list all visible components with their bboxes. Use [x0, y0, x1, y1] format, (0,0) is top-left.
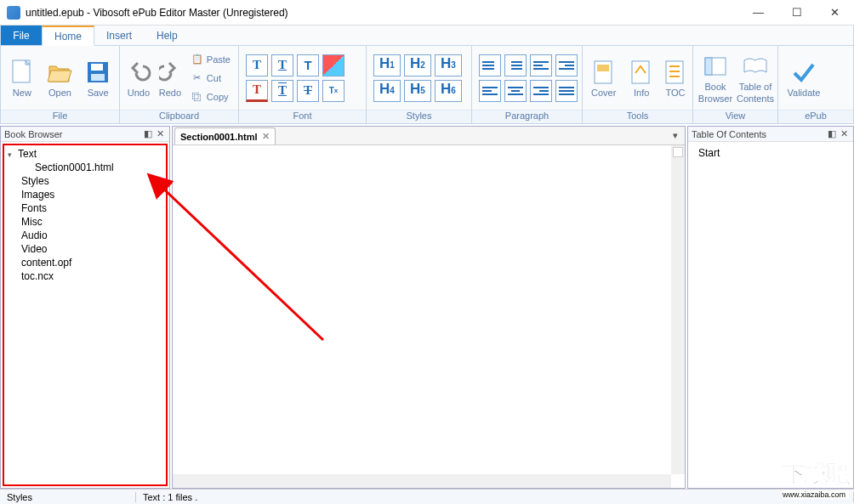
view-group-label: View [693, 110, 777, 123]
info-icon [628, 59, 655, 86]
save-disk-icon [84, 59, 111, 86]
indent-more-button[interactable] [555, 54, 578, 76]
panel-close-button[interactable]: ✕ [154, 128, 166, 140]
book-browser-panel: Book Browser ◧ ✕ ▾Text Section0001.html … [0, 126, 170, 489]
indent-less-button[interactable] [530, 54, 552, 76]
toc-panel-button[interactable]: Table of Contents [737, 49, 774, 107]
toc-item-start[interactable]: Start [698, 147, 843, 159]
tab-home[interactable]: Home [42, 25, 94, 46]
redo-button[interactable]: Redo [157, 49, 184, 107]
expand-icon[interactable]: ▾ [8, 150, 18, 159]
styles-group-label: Styles [367, 110, 471, 123]
minimize-button[interactable]: — [739, 0, 777, 25]
toc-button[interactable]: TOC [662, 49, 689, 107]
ribbon: New Open Save File Undo [0, 46, 854, 124]
editor-tab[interactable]: Section0001.html ✕ [174, 127, 276, 144]
font-t6-button[interactable]: T [297, 80, 319, 102]
paragraph-group-label: Paragraph [472, 110, 582, 123]
editor-panel: Section0001.html ✕ ▾ [172, 126, 686, 489]
font-t5-button[interactable]: T [271, 80, 293, 102]
window-title: untitled.epub - Vibosoft ePub Editor Mas… [26, 7, 739, 19]
workspace: Book Browser ◧ ✕ ▾Text Section0001.html … [0, 126, 854, 489]
font-t3-button[interactable]: T [297, 54, 319, 76]
tree-audio-folder[interactable]: Audio [8, 229, 162, 242]
tab-menu-button[interactable]: ▾ [669, 130, 681, 142]
menu-tabs: File Home Insert Help [0, 25, 854, 46]
validate-button[interactable]: Validate [782, 49, 826, 107]
font-group-label: Font [239, 110, 366, 123]
horizontal-scrollbar[interactable] [173, 474, 671, 488]
maximize-button[interactable]: ☐ [777, 0, 816, 25]
font-color-button[interactable] [322, 54, 344, 76]
tree-section-file[interactable]: Section0001.html [8, 161, 162, 174]
font-t7-button[interactable]: Tx [322, 80, 344, 102]
h1-button[interactable]: H1 [373, 54, 401, 76]
svg-rect-3 [91, 74, 105, 81]
new-button[interactable]: New [4, 49, 40, 107]
file-menu[interactable]: File [1, 25, 42, 45]
align-center-button[interactable] [504, 80, 527, 102]
cover-button[interactable]: Cover [586, 49, 621, 107]
paste-button[interactable]: 📋Paste [188, 50, 233, 69]
toc-body: Start [688, 142, 853, 488]
file-group-label: File [1, 110, 119, 123]
open-folder-icon [47, 59, 74, 86]
tree-fonts-folder[interactable]: Fonts [8, 201, 162, 215]
number-list-button[interactable] [504, 54, 527, 76]
book-open-icon [742, 53, 769, 80]
h6-button[interactable]: H6 [435, 80, 462, 102]
align-left-button[interactable] [479, 80, 501, 102]
editor-tab-bar: Section0001.html ✕ ▾ [173, 127, 685, 145]
vertical-scrollbar[interactable] [671, 145, 685, 474]
h2-button[interactable]: H2 [404, 54, 431, 76]
h4-button[interactable]: H4 [373, 80, 401, 102]
tree-styles-folder[interactable]: Styles [21, 175, 49, 187]
cut-button[interactable]: ✂Cut [188, 69, 233, 88]
cover-icon [590, 59, 618, 86]
tree-images-folder[interactable]: Images [8, 188, 162, 201]
align-right-button[interactable] [530, 80, 552, 102]
copy-icon: ⿻ [191, 90, 204, 104]
book-browser-button[interactable]: Book Browser [697, 49, 734, 107]
bullet-list-button[interactable] [479, 54, 501, 76]
tab-close-icon[interactable]: ✕ [262, 131, 270, 142]
h5-button[interactable]: H5 [404, 80, 431, 102]
font-t2-button[interactable]: T [271, 54, 293, 76]
undo-icon [125, 59, 152, 86]
book-browser-tree[interactable]: ▾Text Section0001.html Styles Images Fon… [3, 144, 168, 486]
book-browser-icon [702, 53, 729, 80]
toc-float-button[interactable]: ◧ [826, 128, 838, 140]
svg-rect-6 [632, 61, 649, 83]
tab-insert[interactable]: Insert [94, 25, 145, 45]
tree-content-opf[interactable]: content.opf [8, 256, 162, 269]
watermark: 下载吧 www.xiazaiba.com [783, 458, 849, 499]
toc-close-button[interactable]: ✕ [838, 128, 850, 140]
epub-group-label: ePub [778, 110, 853, 123]
tree-misc-folder[interactable]: Misc [8, 215, 162, 229]
titlebar: untitled.epub - Vibosoft ePub Editor Mas… [0, 0, 854, 25]
status-left: Styles [0, 492, 136, 502]
cut-icon: ✂ [191, 71, 204, 85]
save-button[interactable]: Save [80, 49, 116, 107]
close-button[interactable]: ✕ [816, 0, 854, 25]
undo-button[interactable]: Undo [123, 49, 154, 107]
editor-area[interactable] [173, 145, 685, 488]
font-t4-button[interactable]: T [246, 80, 268, 102]
svg-rect-5 [597, 65, 609, 71]
open-button[interactable]: Open [43, 49, 78, 107]
panel-float-button[interactable]: ◧ [142, 128, 154, 140]
status-bar: Styles Text : 1 files . [0, 489, 854, 504]
info-button[interactable]: Info [623, 49, 658, 107]
h3-button[interactable]: H3 [435, 54, 462, 76]
font-t1-button[interactable]: T [246, 54, 268, 76]
clipboard-group-label: Clipboard [120, 110, 238, 123]
app-logo-icon [7, 6, 20, 20]
tree-text-folder[interactable]: Text [18, 148, 37, 160]
tree-toc-ncx[interactable]: toc.ncx [8, 269, 162, 283]
copy-button[interactable]: ⿻Copy [188, 88, 233, 106]
tab-help[interactable]: Help [145, 25, 191, 45]
align-justify-button[interactable] [555, 80, 578, 102]
toc-title: Table Of Contents [692, 129, 766, 139]
tree-video-folder[interactable]: Video [8, 242, 162, 256]
svg-rect-12 [705, 58, 712, 75]
